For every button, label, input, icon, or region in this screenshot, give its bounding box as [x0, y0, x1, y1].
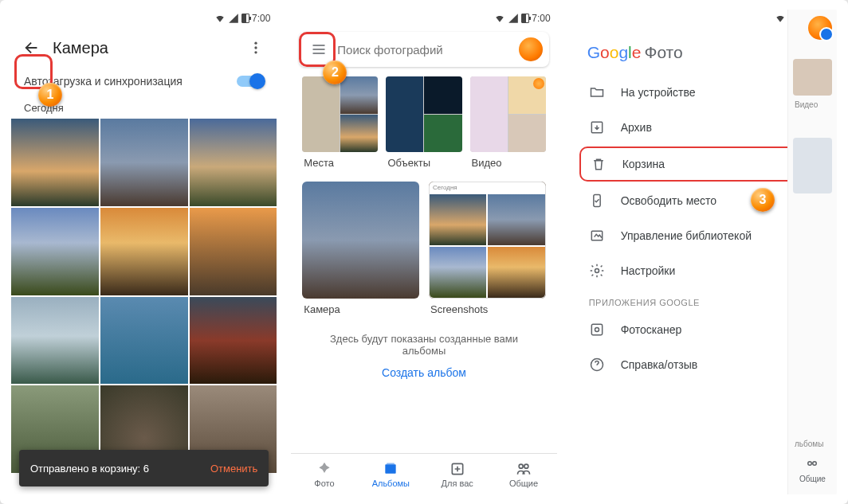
menu-icon: [311, 41, 327, 57]
peek-thumb: [793, 59, 832, 96]
photoscan-icon: [589, 322, 605, 338]
menu-label: Освободить место: [621, 194, 717, 207]
photo-thumb[interactable]: [11, 297, 99, 385]
sync-toggle[interactable]: [237, 76, 264, 87]
category-row: Места Объекты Видео: [291, 72, 556, 175]
overflow-button[interactable]: [240, 32, 272, 64]
signal-icon: [508, 13, 519, 24]
create-album-button[interactable]: Создать альбом: [291, 360, 556, 385]
category-objects[interactable]: Объекты: [386, 76, 461, 170]
svg-point-7: [524, 464, 528, 468]
snackbar: Отправлено в корзину: 6 Отменить: [19, 450, 269, 486]
search-input[interactable]: [337, 43, 513, 57]
hamburger-button[interactable]: [305, 36, 332, 63]
snackbar-undo[interactable]: Отменить: [210, 463, 257, 475]
album-camera[interactable]: Камера: [302, 182, 419, 317]
battery-icon: [521, 14, 529, 23]
category-label: Объекты: [386, 152, 461, 170]
foryou-icon: [450, 461, 465, 477]
bottom-nav: Фото Альбомы Для вас Общие: [291, 453, 556, 494]
callout-1: 1: [38, 83, 62, 107]
menu-label: На устройстве: [621, 86, 696, 99]
background-peek: Видео льбомы Общие: [787, 10, 837, 494]
trash-icon: [591, 156, 607, 172]
wifi-icon: [775, 13, 786, 24]
photo-thumb[interactable]: [190, 297, 277, 385]
callout-3: 3: [751, 188, 775, 212]
albums-hint: Здесь будут показаны созданные вами альб…: [291, 323, 556, 360]
help-icon: [589, 357, 605, 373]
nav-foryou[interactable]: Для вас: [424, 454, 490, 494]
phone-screen-3: 7:00 GoogleФото На устройстве Архив Корз…: [571, 10, 837, 494]
nav-shared[interactable]: Общие: [490, 454, 556, 494]
signal-icon: [228, 13, 239, 24]
battery-icon: [241, 14, 249, 23]
svg-point-6: [519, 464, 523, 468]
tutorial-stage: 7:00 Камера Автозагрузка и синхронизация…: [0, 0, 848, 504]
svg-point-13: [595, 328, 599, 332]
peek-nav-label: Общие: [799, 475, 826, 483]
svg-point-2: [255, 51, 257, 53]
album-screenshots[interactable]: Сегодня Screenshots: [429, 182, 546, 317]
shared-icon: [516, 461, 532, 477]
album-label: Screenshots: [429, 299, 546, 317]
status-bar: 7:00: [11, 10, 277, 27]
category-places[interactable]: Места: [302, 76, 378, 170]
nav-photos[interactable]: Фото: [291, 454, 357, 494]
photo-thumb[interactable]: [11, 119, 99, 206]
photo-thumb[interactable]: [190, 119, 277, 206]
nav-albums[interactable]: Альбомы: [358, 454, 424, 494]
status-bar: 7:00: [291, 10, 556, 27]
status-time: 7:00: [532, 13, 550, 24]
photo-thumb[interactable]: [190, 208, 277, 295]
arrow-left-icon: [23, 39, 41, 57]
menu-label: Корзина: [622, 158, 665, 170]
mini-header: Сегодня: [430, 182, 545, 193]
brand-suffix: Фото: [644, 43, 682, 61]
nav-label: Альбомы: [372, 479, 410, 488]
photo-grid: [11, 119, 277, 473]
wifi-icon: [494, 13, 505, 24]
menu-label: Справка/отзыв: [621, 358, 698, 371]
wifi-icon: [214, 13, 226, 24]
svg-point-1: [255, 46, 257, 49]
app-bar: Камера: [11, 27, 277, 68]
photo-thumb[interactable]: [100, 297, 188, 385]
nav-label: Общие: [509, 479, 538, 488]
status-time: 7:00: [252, 13, 270, 24]
folder-icon: [589, 84, 605, 100]
menu-label: Управление библиотекой: [621, 229, 752, 242]
category-label: Видео: [470, 152, 546, 170]
archive-icon: [589, 119, 605, 135]
phone-screen-1: 7:00 Камера Автозагрузка и синхронизация…: [11, 10, 277, 494]
page-title: Камера: [53, 39, 235, 57]
photos-icon: [316, 461, 332, 477]
svg-point-16: [813, 461, 817, 465]
svg-point-0: [255, 42, 257, 45]
more-vert-icon: [248, 40, 264, 56]
svg-rect-4: [387, 463, 395, 464]
svg-point-15: [808, 461, 812, 465]
album-label: Камера: [302, 299, 419, 317]
peek-thumb: [793, 138, 832, 193]
menu-label: Архив: [621, 121, 652, 134]
svg-rect-12: [591, 324, 602, 334]
category-video[interactable]: Видео: [470, 76, 546, 170]
account-avatar[interactable]: [519, 37, 543, 61]
gear-icon: [589, 263, 605, 279]
peek-avatar: [808, 16, 832, 40]
svg-point-11: [595, 269, 599, 273]
photo-thumb[interactable]: [100, 208, 188, 295]
phone-check-icon: [589, 193, 605, 209]
shared-icon: [805, 459, 819, 473]
menu-label: Фотосканер: [621, 323, 682, 336]
nav-label: Для вас: [442, 479, 473, 488]
category-label: Места: [302, 152, 378, 170]
photo-thumb[interactable]: [11, 208, 99, 295]
back-button[interactable]: [16, 32, 48, 64]
photo-thumb[interactable]: [100, 119, 188, 206]
svg-rect-3: [386, 464, 396, 474]
google-logo: GoogleФото: [587, 43, 683, 61]
menu-label: Настройки: [621, 264, 676, 277]
phone-screen-2: 7:00 Места Объекты: [291, 10, 556, 494]
